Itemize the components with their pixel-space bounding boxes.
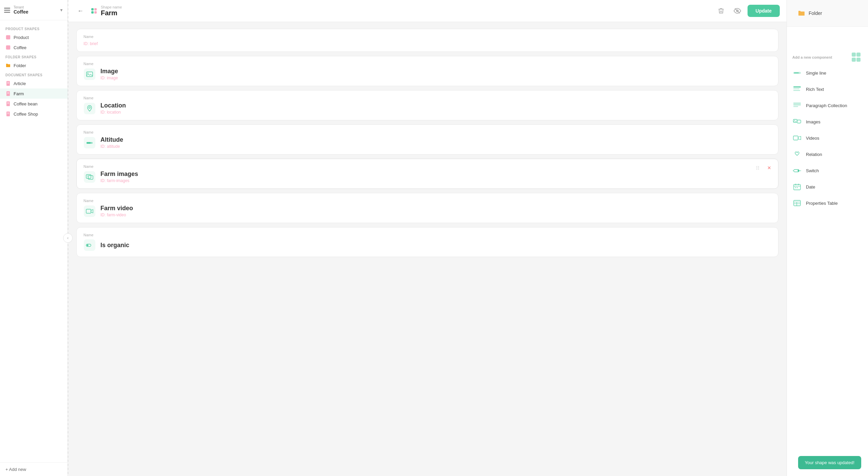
component-card-location: Name Location ID: location xyxy=(76,90,778,120)
article-icon xyxy=(5,81,11,86)
component-card-farm-video: Name Farm video ID: farm-video xyxy=(76,193,778,223)
sidebar-item-farm[interactable]: Farm xyxy=(0,88,68,99)
eye-button[interactable] xyxy=(731,5,743,17)
tenant-name: Coffee xyxy=(14,9,56,15)
update-button[interactable]: Update xyxy=(748,5,780,17)
rich-text-icon xyxy=(792,84,802,94)
product-icon xyxy=(5,35,11,40)
top-bar: ← Shape name Farm xyxy=(68,0,787,22)
add-switch[interactable]: Switch xyxy=(787,162,868,179)
svg-rect-9 xyxy=(7,102,9,103)
sidebar-item-article[interactable]: Article xyxy=(0,78,68,88)
card-label-brief: Name xyxy=(83,35,771,39)
is-organic-type-icon xyxy=(83,239,96,251)
sidebar-collapse-button[interactable]: ‹ xyxy=(63,233,73,243)
svg-rect-40 xyxy=(856,53,861,57)
card-label-farm-images: Name xyxy=(83,164,771,168)
svg-rect-51 xyxy=(793,119,797,122)
sidebar-item-coffee-bean[interactable]: Coffee bean xyxy=(0,99,68,109)
add-rich-text[interactable]: Rich Text xyxy=(787,81,868,97)
sidebar-item-coffee[interactable]: Coffee xyxy=(0,42,68,53)
card-content-brief: ID: brief xyxy=(83,41,771,46)
right-panel-top: Folder xyxy=(787,0,868,27)
svg-rect-52 xyxy=(797,120,801,123)
svg-point-53 xyxy=(794,120,795,121)
delete-button[interactable] xyxy=(715,5,727,17)
folder-icon xyxy=(5,63,11,68)
svg-rect-46 xyxy=(793,88,799,89)
component-card-is-organic: Name Is organic xyxy=(76,227,778,257)
card-content-farm-video: Farm video ID: farm-video xyxy=(83,205,771,217)
card-content-is-organic: Is organic xyxy=(83,239,771,251)
main-container: ← Shape name Farm xyxy=(68,0,868,476)
card-content-altitude: Altitude ID: altitude xyxy=(83,136,771,149)
farm-icon xyxy=(5,91,11,96)
add-properties-table[interactable]: Properties Table xyxy=(787,195,868,211)
add-component-title: Add a new component xyxy=(787,47,868,65)
product-shapes-title: PRODUCT SHAPES xyxy=(0,24,68,32)
svg-rect-30 xyxy=(84,171,95,183)
component-card-farm-images: ✕ Name Far xyxy=(76,159,778,189)
sidebar-item-coffee-shop[interactable]: Coffee Shop xyxy=(0,109,68,119)
back-button[interactable]: ← xyxy=(75,5,86,16)
sidebar-item-folder[interactable]: Folder xyxy=(0,60,68,71)
center-panel: ← Shape name Farm xyxy=(68,0,787,476)
delete-card-button[interactable]: ✕ xyxy=(765,163,774,173)
svg-rect-34 xyxy=(84,205,95,217)
svg-point-29 xyxy=(758,169,759,170)
location-type-icon xyxy=(83,102,96,115)
shape-name: Farm xyxy=(101,9,122,17)
card-id-farm-video: ID: farm-video xyxy=(100,213,133,217)
drag-handle-button[interactable] xyxy=(753,163,762,173)
relation-icon xyxy=(792,150,802,159)
svg-rect-12 xyxy=(7,113,9,113)
card-id-brief: ID: brief xyxy=(83,41,98,46)
add-images[interactable]: Images xyxy=(787,114,868,130)
card-id-location: ID: location xyxy=(100,110,126,115)
svg-point-56 xyxy=(798,170,799,172)
card-name-is-organic: Is organic xyxy=(100,242,129,249)
svg-rect-23 xyxy=(87,142,91,144)
chevron-down-icon[interactable]: ▼ xyxy=(59,8,63,13)
folder-icon-right xyxy=(798,9,805,17)
shape-icon-group xyxy=(91,8,97,14)
hamburger-icon[interactable] xyxy=(4,8,10,13)
shape-info: Shape name Farm xyxy=(101,5,122,17)
svg-rect-48 xyxy=(793,103,801,104)
add-date[interactable]: Date xyxy=(787,179,868,195)
sidebar: Tenant Coffee ▼ PRODUCT SHAPES Product C… xyxy=(0,0,68,476)
svg-rect-45 xyxy=(793,86,801,87)
svg-point-33 xyxy=(87,176,88,176)
content-area: Name ID: brief Name xyxy=(68,22,787,476)
shape-dot-4 xyxy=(94,11,97,14)
add-relation[interactable]: Relation xyxy=(787,146,868,162)
coffee-icon xyxy=(5,45,11,50)
card-name-location: Location xyxy=(100,102,126,109)
folder-item-right[interactable]: Folder xyxy=(792,5,863,21)
svg-point-25 xyxy=(758,166,759,167)
svg-rect-41 xyxy=(852,58,856,62)
farm-video-type-icon xyxy=(83,205,96,217)
add-videos[interactable]: Videos xyxy=(787,130,868,146)
svg-rect-1 xyxy=(6,45,10,49)
svg-rect-10 xyxy=(7,103,9,104)
add-single-line[interactable]: Single line xyxy=(787,65,868,81)
add-new-button[interactable]: + Add new xyxy=(5,467,62,472)
svg-rect-50 xyxy=(793,106,798,107)
card-name-image: Image xyxy=(100,68,118,75)
svg-point-28 xyxy=(757,169,757,170)
sidebar-item-product[interactable]: Product xyxy=(0,32,68,42)
card-label-location: Name xyxy=(83,96,771,100)
svg-rect-7 xyxy=(7,93,9,94)
folder-label-right: Folder xyxy=(809,11,822,16)
svg-rect-4 xyxy=(7,83,9,83)
add-paragraph-collection[interactable]: Paragraph Collection xyxy=(787,97,868,114)
card-hover-actions: ✕ xyxy=(753,163,774,173)
svg-rect-58 xyxy=(793,170,794,171)
altitude-type-icon xyxy=(83,137,96,149)
right-panel: Folder Add a new component xyxy=(787,0,868,476)
card-content-farm-images: Farm images ID: farm-images xyxy=(83,171,771,183)
card-id-farm-images: ID: farm-images xyxy=(100,178,138,183)
images-label: Images xyxy=(806,119,820,124)
tenant-info: Tenant Coffee xyxy=(14,5,56,15)
